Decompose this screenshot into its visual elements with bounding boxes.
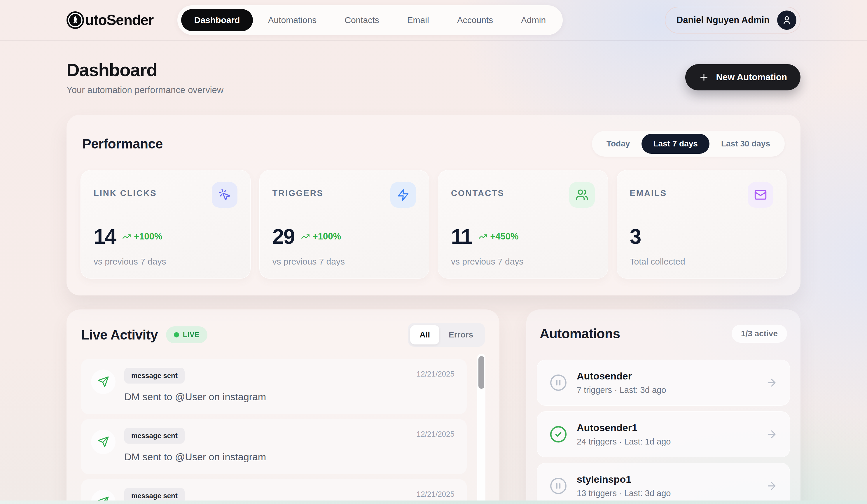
vertical-scrollbar[interactable] <box>477 354 485 504</box>
users-icon <box>569 182 595 208</box>
tab-all[interactable]: All <box>410 325 439 344</box>
mouse-pointer-click-icon <box>212 182 237 208</box>
stat-label: EMAILS <box>630 189 667 198</box>
activity-row: message sent DM sent to @User on instagr… <box>81 359 467 414</box>
filter-last-7-days[interactable]: Last 7 days <box>642 134 709 154</box>
stat-value: 14 <box>94 225 116 248</box>
stat-value: 11 <box>451 225 472 248</box>
user-name: Daniel Nguyen Admin <box>676 15 770 25</box>
event-text: DM sent to @User on instagram <box>124 391 266 403</box>
bottom-gradient-band <box>0 501 867 504</box>
rocket-logo-icon <box>66 11 84 29</box>
nav-item-automations[interactable]: Automations <box>255 9 330 31</box>
user-menu[interactable]: Daniel Nguyen Admin <box>665 7 801 33</box>
top-bar: utoSender Dashboard Automations Contacts… <box>0 0 867 41</box>
stat-label: TRIGGERS <box>272 189 323 198</box>
automation-item-autosender[interactable]: Autosender 7 triggers · Last: 3d ago <box>537 360 790 406</box>
stat-label: LINK CLICKS <box>94 189 157 198</box>
pause-circle-icon <box>549 374 567 392</box>
automations-title: Automations <box>540 326 620 342</box>
arrow-right-icon <box>766 428 778 440</box>
stat-card-contacts: CONTACTS 11 +450% <box>438 170 608 279</box>
automations-panel: Automations 1/3 active Autosender 7 trig… <box>526 310 801 504</box>
event-type-badge: message sent <box>124 368 185 384</box>
stat-card-triggers: TRIGGERS 29 +100% <box>259 170 429 279</box>
automations-list: Autosender 7 triggers · Last: 3d ago <box>537 360 790 504</box>
send-icon <box>91 430 116 454</box>
active-count-badge: 1/3 active <box>732 325 787 343</box>
time-filter-group: Today Last 7 days Last 30 days <box>592 131 785 157</box>
automation-name: Autosender1 <box>577 422 757 433</box>
stat-note: vs previous 7 days <box>272 257 416 267</box>
nav-item-contacts[interactable]: Contacts <box>331 9 392 31</box>
stat-label: CONTACTS <box>451 189 504 198</box>
nav-item-email[interactable]: Email <box>394 9 442 31</box>
automation-meta: 13 triggers · Last: 3d ago <box>577 489 757 498</box>
trending-up-icon <box>479 232 487 241</box>
check-circle-icon <box>549 425 567 443</box>
nav-item-dashboard[interactable]: Dashboard <box>181 9 253 31</box>
stat-cards: LINK CLICKS 14 +100% <box>81 170 786 279</box>
arrow-right-icon <box>766 480 778 492</box>
mail-icon <box>748 182 773 208</box>
vertical-scrollbar-thumb[interactable] <box>479 356 484 389</box>
filter-today[interactable]: Today <box>595 134 642 154</box>
trending-up-icon <box>122 232 131 241</box>
event-date: 12/21/2025 <box>417 490 454 499</box>
live-dot-icon <box>174 332 179 337</box>
activity-list: message sent DM sent to @User on instagr… <box>81 359 485 504</box>
stat-delta: +100% <box>301 231 341 242</box>
brand-text: utoSender <box>85 12 153 29</box>
automation-item-styleinspo1[interactable]: styleinspo1 13 triggers · Last: 3d ago <box>537 463 790 504</box>
event-date: 12/21/2025 <box>417 369 454 378</box>
event-text: DM sent to @User on instagram <box>124 451 266 463</box>
event-date: 12/21/2025 <box>417 430 454 439</box>
live-activity-title: Live Activity <box>81 327 158 343</box>
send-icon <box>91 369 116 394</box>
stat-card-link-clicks: LINK CLICKS 14 +100% <box>81 170 250 279</box>
performance-title: Performance <box>82 136 163 152</box>
automation-item-autosender1[interactable]: Autosender1 24 triggers · Last: 1d ago <box>537 411 790 457</box>
automation-name: Autosender <box>577 371 757 382</box>
stat-value: 3 <box>630 225 641 248</box>
stat-value: 29 <box>272 225 295 248</box>
stat-note: Total collected <box>630 257 774 267</box>
trending-up-icon <box>301 232 310 241</box>
arrow-right-icon <box>766 377 778 388</box>
event-type-badge: message sent <box>124 428 185 444</box>
stat-note: vs previous 7 days <box>94 257 237 267</box>
plus-icon <box>699 72 709 83</box>
performance-panel: Performance Today Last 7 days Last 30 da… <box>66 115 801 296</box>
nav-item-accounts[interactable]: Accounts <box>444 9 506 31</box>
new-automation-label: New Automation <box>716 72 787 83</box>
page-subtitle: Your automation performance overview <box>66 85 224 95</box>
pause-circle-icon <box>549 477 567 495</box>
page-header: Dashboard Your automation performance ov… <box>66 60 801 95</box>
user-avatar-icon <box>777 11 796 30</box>
filter-last-30-days[interactable]: Last 30 days <box>709 134 782 154</box>
new-automation-button[interactable]: New Automation <box>685 64 801 90</box>
automation-meta: 24 triggers · Last: 1d ago <box>577 437 757 447</box>
activity-filter-tabs: All Errors <box>408 323 485 347</box>
zap-icon <box>390 182 416 208</box>
stat-delta: +450% <box>479 231 518 242</box>
brand-logo[interactable]: utoSender <box>66 11 153 29</box>
page-title: Dashboard <box>66 60 224 80</box>
automation-name: styleinspo1 <box>577 474 757 485</box>
stat-delta: +100% <box>122 231 162 242</box>
activity-row: message sent DM sent to @User on instagr… <box>81 419 467 474</box>
tab-errors[interactable]: Errors <box>439 325 482 344</box>
live-status-badge: LIVE <box>166 326 207 343</box>
automation-meta: 7 triggers · Last: 3d ago <box>577 385 757 395</box>
main-nav: Dashboard Automations Contacts Email Acc… <box>178 5 563 35</box>
stat-note: vs previous 7 days <box>451 257 595 267</box>
nav-item-admin[interactable]: Admin <box>508 9 559 31</box>
stat-card-emails: EMAILS 3 Total collected <box>617 170 787 279</box>
live-activity-panel: Live Activity LIVE All Errors <box>66 310 500 504</box>
